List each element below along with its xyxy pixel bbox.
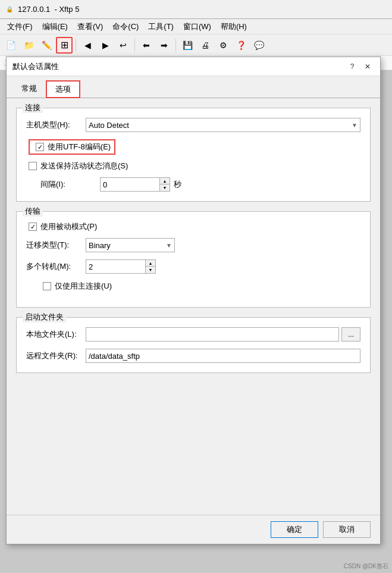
tab-general[interactable]: 常规 <box>12 80 46 98</box>
transfer-type-value: Binary <box>89 241 111 250</box>
transfer-type-row: 迁移类型(T): Binary ▼ <box>26 238 360 252</box>
interval-label: 间隔(I): <box>40 179 100 190</box>
menu-window[interactable]: 窗口(W) <box>178 20 216 33</box>
toolbar-print[interactable]: 🖨 <box>197 37 214 54</box>
menu-help[interactable]: 帮助(H) <box>216 20 252 33</box>
toolbar-right[interactable]: ➡ <box>156 37 173 54</box>
menu-command[interactable]: 命令(C) <box>108 20 143 33</box>
toolbar-chat[interactable]: 💬 <box>250 37 267 54</box>
interval-input[interactable] <box>100 177 159 192</box>
connection-section: 连接 主机类型(H): Auto Detect ▼ 使用UTF-8编码(E) <box>16 108 371 202</box>
keepalive-checkbox[interactable] <box>29 162 37 170</box>
host-type-label: 主机类型(H): <box>26 120 86 130</box>
multi-transfer-row: 多个转机(M): ▲ ▼ <box>26 259 360 274</box>
utf8-row[interactable]: 使用UTF-8编码(E) <box>36 142 111 152</box>
utf8-label: 使用UTF-8编码(E) <box>48 142 111 152</box>
multi-down[interactable]: ▼ <box>146 267 155 273</box>
cancel-button[interactable]: 取消 <box>323 521 371 538</box>
primary-conn-row[interactable]: 仅使用主连接(U) <box>29 281 360 292</box>
interval-up[interactable]: ▲ <box>160 178 170 184</box>
multi-transfer-input[interactable] <box>86 259 145 274</box>
transfer-section: 传输 使用被动模式(P) 迁移类型(T): Binary ▼ 多个转机(M): <box>16 211 371 308</box>
passive-row[interactable]: 使用被动模式(P) <box>29 221 360 232</box>
local-browse-button[interactable]: ... <box>341 327 360 342</box>
startup-folder-section: 启动文件夹 本地文件夹(L): ... 远程文件夹(R): <box>16 317 371 373</box>
toolbar-settings[interactable]: ⚙ <box>215 37 231 54</box>
toolbar-new[interactable]: 📄 <box>2 37 19 54</box>
title-bar: 🔒 127.0.0.1 - Xftp 5 <box>0 0 392 19</box>
multi-up[interactable]: ▲ <box>146 260 155 267</box>
multi-transfer-spinner: ▲ ▼ <box>86 259 156 274</box>
passive-label: 使用被动模式(P) <box>40 221 97 232</box>
interval-down[interactable]: ▼ <box>160 184 170 191</box>
host-type-row: 主机类型(H): Auto Detect ▼ <box>26 118 360 132</box>
toolbar-forward[interactable]: ▶ <box>97 37 114 54</box>
separator-1 <box>76 39 76 52</box>
dialog: 默认会话属性 ? ✕ 常规 选项 连接 主机类型(H): Auto Detect… <box>6 57 381 544</box>
keepalive-row[interactable]: 发送保持活动状态消息(S) <box>29 161 360 171</box>
ok-button[interactable]: 确定 <box>271 521 318 538</box>
title-text: 127.0.0.1 - Xftp 5 <box>18 5 387 14</box>
remote-folder-row: 远程文件夹(R): <box>26 349 360 363</box>
local-folder-row: 本地文件夹(L): ... <box>26 327 360 342</box>
multi-transfer-label: 多个转机(M): <box>26 261 86 272</box>
transfer-label: 传输 <box>23 206 43 217</box>
connection-label: 连接 <box>23 102 43 113</box>
dialog-title-bar: 默认会话属性 ? ✕ <box>7 57 380 76</box>
toolbar-left[interactable]: ⬅ <box>138 37 155 54</box>
toolbar: 📄 📁 ✏️ ⊞ ◀ ▶ ↩ ⬅ ➡ 💾 🖨 ⚙ ❓ 💬 <box>0 35 392 56</box>
toolbar-save[interactable]: 💾 <box>179 37 196 54</box>
watermark: CSDN @DK墨石 <box>344 562 388 571</box>
remote-folder-label: 远程文件夹(R): <box>26 350 86 361</box>
dialog-close-button[interactable]: ✕ <box>361 60 374 73</box>
primary-conn-checkbox[interactable] <box>43 282 51 290</box>
dialog-footer: 确定 取消 <box>7 515 380 544</box>
menu-view[interactable]: 查看(V) <box>73 20 108 33</box>
toolbar-session[interactable]: ⊞ <box>56 37 73 54</box>
interval-spinner-buttons: ▲ ▼ <box>159 177 170 192</box>
tab-bar: 常规 选项 <box>7 76 380 98</box>
tab-options[interactable]: 选项 <box>46 80 80 98</box>
primary-conn-label: 仅使用主连接(U) <box>55 281 112 292</box>
dialog-help-button[interactable]: ? <box>346 60 359 73</box>
interval-unit: 秒 <box>174 179 181 190</box>
dialog-title: 默认会话属性 <box>12 61 346 72</box>
toolbar-edit[interactable]: ✏️ <box>38 37 55 54</box>
transfer-type-select[interactable]: Binary ▼ <box>86 238 175 252</box>
host-type-select[interactable]: Auto Detect ▼ <box>86 118 360 132</box>
interval-row: 间隔(I): ▲ ▼ 秒 <box>26 177 360 192</box>
toolbar-back[interactable]: ◀ <box>79 37 96 54</box>
separator-3 <box>175 39 176 52</box>
multi-transfer-buttons: ▲ ▼ <box>145 259 156 274</box>
menu-tools[interactable]: 工具(T) <box>143 20 178 33</box>
toolbar-help[interactable]: ❓ <box>233 37 249 54</box>
keepalive-label: 发送保持活动状态消息(S) <box>40 161 128 171</box>
menu-file[interactable]: 文件(F) <box>2 20 37 33</box>
local-folder-input[interactable] <box>86 327 339 342</box>
remote-folder-input[interactable] <box>86 349 360 363</box>
passive-checkbox[interactable] <box>29 223 37 231</box>
host-type-value: Auto Detect <box>89 121 129 130</box>
toolbar-open[interactable]: 📁 <box>20 37 37 54</box>
startup-folder-label: 启动文件夹 <box>23 312 66 322</box>
host-type-arrow: ▼ <box>352 122 357 129</box>
toolbar-refresh[interactable]: ↩ <box>115 37 131 54</box>
interval-spinner: ▲ ▼ <box>100 177 170 192</box>
dialog-content: 连接 主机类型(H): Auto Detect ▼ 使用UTF-8编码(E) <box>7 98 380 515</box>
menu-edit[interactable]: 编辑(E) <box>37 20 73 33</box>
menu-bar: 文件(F) 编辑(E) 查看(V) 命令(C) 工具(T) 窗口(W) 帮助(H… <box>0 19 392 35</box>
separator-2 <box>134 39 135 52</box>
local-folder-label: 本地文件夹(L): <box>26 329 86 340</box>
app-icon: 🔒 <box>5 5 14 14</box>
utf8-checkbox[interactable] <box>36 143 44 151</box>
transfer-type-label: 迁移类型(T): <box>26 240 86 251</box>
transfer-type-arrow: ▼ <box>166 242 172 249</box>
